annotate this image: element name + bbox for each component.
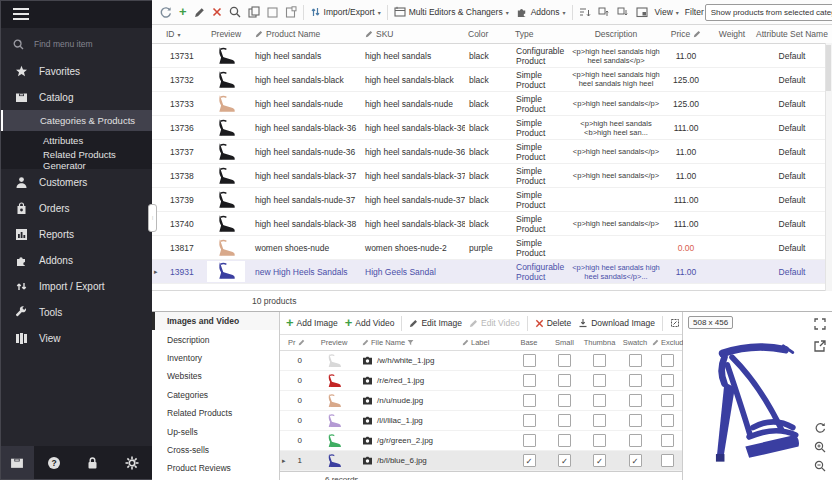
zoom-in-icon[interactable] [814,441,826,453]
exclude-checkbox[interactable] [661,394,674,407]
base-checkbox[interactable] [523,374,536,387]
panel-splitter-handle[interactable]: ⁞ [148,204,157,232]
media-row-selected[interactable]: ▸1/b/l/blue_6.jpg✓✓✓✓ [280,451,682,471]
add-product-button[interactable]: + [176,5,190,19]
table-row[interactable]: 13733high heel sandals-nudehigh heel san… [152,92,832,116]
small-checkbox[interactable] [558,374,571,387]
table-row[interactable]: 13732high heel sandals-blackhigh heel sa… [152,68,832,92]
header-position[interactable]: Pr [288,338,306,347]
small-checkbox[interactable] [558,434,571,447]
header-swatch[interactable]: Swatch [618,338,652,347]
swatch-checkbox[interactable]: ✓ [629,454,642,467]
hamburger-menu-icon[interactable] [13,8,29,20]
thumbnail-checkbox[interactable] [593,434,606,447]
sidebar-subitem-related-products-generator[interactable]: Related Products Generator [0,150,152,169]
header-id[interactable]: ID▾ [163,29,200,39]
addons-button[interactable]: Addons▾ [513,4,569,20]
delete-image-button[interactable]: Delete [533,317,574,329]
media-row[interactable]: 0/w/h/white_1.jpg [280,351,682,371]
tab-cross-sells[interactable]: Cross-sells [152,441,279,459]
search-products-button[interactable] [226,4,244,20]
header-type[interactable]: Type [512,29,572,39]
rotate-icon[interactable] [814,422,826,434]
exclude-checkbox[interactable] [661,454,674,467]
zoom-out-icon[interactable] [814,460,826,472]
import-export-button[interactable]: Import/Export▾ [307,4,384,20]
sidebar-item-tools[interactable]: Tools [0,299,152,325]
sidebar-item-reports[interactable]: Reports [0,221,152,247]
scrollbar-thumb[interactable] [826,45,831,91]
lock-button[interactable] [73,456,112,470]
table-row[interactable]: 13738high heel sandals-black-37high heel… [152,164,832,188]
filter-select[interactable]: Show products from selected categories▾ [705,4,832,21]
header-weight[interactable]: Weight [712,29,752,39]
collapse-all-button[interactable] [614,5,632,20]
header-file-name[interactable]: File Name [362,338,462,347]
header-preview[interactable]: Preview [200,29,252,39]
base-checkbox[interactable] [523,394,536,407]
header-small[interactable]: Small [548,338,581,347]
search-input[interactable] [32,38,141,50]
sort-button[interactable] [576,5,594,20]
small-checkbox[interactable] [558,394,571,407]
exclude-checkbox[interactable] [661,414,674,427]
table-row[interactable]: 13731high heel sandalshigh heel sandalsb… [152,44,832,68]
table-row[interactable]: 13740high heel sandals-black-38high heel… [152,212,832,236]
thumbnail-checkbox[interactable] [593,414,606,427]
header-thumbnail[interactable]: Thumbna [581,338,618,347]
sidebar-search[interactable] [0,28,152,58]
fullscreen-icon[interactable] [814,318,826,330]
base-checkbox[interactable] [523,354,536,367]
thumbnail-checkbox[interactable]: ✓ [593,454,606,467]
tab-description[interactable]: Description [152,330,279,348]
base-checkbox[interactable] [523,414,536,427]
checkbox-select-button[interactable] [264,5,281,20]
tab-categories[interactable]: Categories [152,386,279,404]
swatch-checkbox[interactable] [629,374,642,387]
sidebar-item-addons[interactable]: Addons [0,247,152,273]
base-checkbox[interactable] [523,434,536,447]
edit-video-button[interactable]: Edit Video [467,317,522,329]
swatch-checkbox[interactable] [629,354,642,367]
tab-images-and-video[interactable]: Images and Video [152,312,279,330]
swatch-checkbox[interactable] [629,394,642,407]
header-label[interactable]: Label [462,338,510,347]
header-preview[interactable]: Preview [306,338,362,347]
thumbnail-checkbox[interactable] [593,354,606,367]
table-row[interactable]: 13737high heel sandals-nude-36high heel … [152,140,832,164]
header-base[interactable]: Base [510,338,548,347]
header-sku[interactable]: SKU [362,29,465,39]
add-video-button[interactable]: +Add Video [343,317,397,329]
tab-product-reviews[interactable]: Product Reviews [152,459,279,477]
base-checkbox[interactable]: ✓ [523,454,536,467]
exclude-checkbox[interactable] [661,374,674,387]
media-row[interactable]: 0/l/i/lilac_1.jpg [280,411,682,431]
media-row[interactable]: 0/n/u/nude.jpg [280,391,682,411]
preview-panel-button[interactable] [633,5,651,20]
sidebar-item-orders[interactable]: Orders [0,195,152,221]
edit-image-button[interactable]: Edit Image [407,317,464,329]
tab-inventory[interactable]: Inventory [152,349,279,367]
exclude-checkbox[interactable] [661,354,674,367]
thumbnail-checkbox[interactable] [593,374,606,387]
multi-editors-button[interactable]: Multi Editors & Changers▾ [391,4,512,20]
vertical-scrollbar[interactable] [825,43,832,291]
add-image-button[interactable]: +Add Image [284,317,340,329]
edit-product-button[interactable] [191,5,208,20]
paste-special-button[interactable] [282,4,300,20]
help-button[interactable]: ? [34,456,73,470]
open-external-icon[interactable] [814,340,826,352]
sidebar-subitem-attributes[interactable]: Attributes [0,131,152,150]
sidebar-item-import-export[interactable]: Import / Export [0,273,152,299]
media-row[interactable]: 0/r/e/red_1.jpg [280,371,682,391]
tab-related-products[interactable]: Related Products [152,404,279,422]
table-row[interactable]: 13739high heel sandals-nude-37high heel … [152,188,832,212]
copy-button[interactable] [245,4,263,20]
settings-button[interactable] [113,456,152,470]
sidebar-subitem-categories-products[interactable]: Categories & Products [0,110,152,131]
small-checkbox[interactable] [558,354,571,367]
store-button[interactable] [0,446,34,480]
small-checkbox[interactable] [558,414,571,427]
exclude-checkbox[interactable] [661,434,674,447]
table-row[interactable]: 13736high heel sandals-black-36high heel… [152,116,832,140]
